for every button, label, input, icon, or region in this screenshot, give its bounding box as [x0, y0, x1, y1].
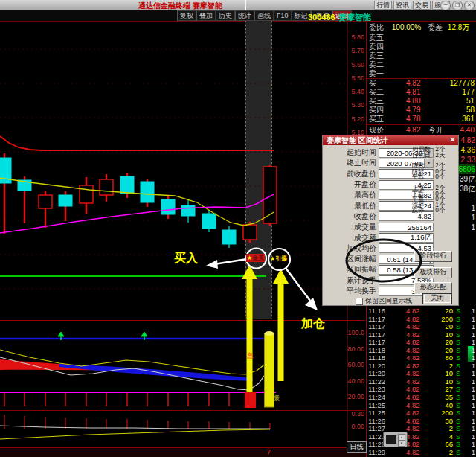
yellow-bar-cap: [265, 331, 274, 336]
checkbox-label: 保留区间显示线: [365, 296, 412, 306]
bid-row[interactable]: 买一 4.82 127778: [367, 79, 476, 88]
red-volume-bar: [245, 392, 256, 408]
ask-row[interactable]: 卖五: [367, 33, 476, 42]
sub-indicator-axis: 0.300.00: [347, 408, 364, 433]
main-chart[interactable]: [0, 0, 366, 457]
nav-button[interactable]: 资讯: [393, 1, 411, 10]
keep-lines-checkbox-row[interactable]: 保留区间显示线: [356, 296, 412, 306]
app-window: 5.805.705.605.505.405.305.205.10 100.080…: [0, 0, 476, 457]
nav-button[interactable]: 交易: [413, 1, 431, 10]
price-axis-label: 5.80: [347, 31, 364, 44]
trade-row: 11:16 4.82 20 S 1: [367, 307, 476, 316]
golden-cross-signal-label: ★金叉: [246, 254, 265, 262]
indicator-axis-label: 100.0: [347, 325, 364, 342]
bid-row[interactable]: 买三 4.80 51: [367, 97, 476, 106]
period-selector[interactable]: 日线: [347, 441, 367, 453]
nav-button[interactable]: 行情: [374, 1, 392, 10]
interval-statistics-dialog[interactable]: 赛摩智能 区间统计 ✕ 起始时间 2020-06-30 ▼ 终止时间 2020-…: [322, 135, 459, 306]
dialog-close-icon[interactable]: ✕: [448, 136, 457, 144]
dialog-stats-column: 周期数2个自然日2天 阳线2个阴线0个平线0个 上涨2个下跌0个平盘0个涨停1个…: [412, 147, 455, 219]
trade-row: 11:24 4.82 35 S 1: [367, 394, 476, 402]
sell-flag: S: [456, 449, 460, 457]
sell-flag: S: [456, 307, 460, 316]
add-position-annotation-text: 加仓: [301, 316, 325, 332]
date-axis-label: 7: [267, 448, 271, 456]
minimize-button[interactable]: ─: [440, 1, 451, 10]
ask-row[interactable]: 卖二: [367, 60, 476, 69]
sub-axis-label: 0.00: [347, 421, 364, 433]
baseline-tick-comb: [4, 393, 270, 406]
candlestick-series: [0, 153, 277, 248]
stage-ranking-button[interactable]: 阶段排行: [414, 251, 452, 262]
sub-axis-label: 0.30: [347, 408, 364, 421]
dialog-field-row: 成交量 256164 ▼: [327, 222, 434, 232]
price-axis-label: 5.30: [347, 98, 364, 112]
weibi-row: 委比 100.00% 委差 12.8万: [367, 23, 476, 32]
bid-row[interactable]: 买二 4.81 177: [367, 88, 476, 97]
ask-row[interactable]: 卖三: [367, 51, 476, 60]
weibi-value: 100.00%: [392, 23, 421, 31]
indicator-axis: 100.080.0060.0040.0020.00: [347, 325, 364, 406]
indicator-axis-label: 60.00: [347, 357, 364, 374]
mini-toolbar-widget[interactable]: ▴ ▾: [383, 432, 408, 447]
mini-widget-screen: [386, 435, 396, 444]
price-axis-label: 5.50: [347, 71, 364, 85]
dialog-title: 赛摩智能 区间统计: [327, 136, 388, 144]
dialog-field-input[interactable]: 256164 ▼: [379, 223, 434, 232]
sub-volume-bars: [4, 415, 270, 429]
mini-widget-down-button[interactable]: ▾: [398, 440, 405, 447]
stat-row: 平线0个: [412, 174, 451, 179]
pattern-match-button[interactable]: 形态匹配: [414, 282, 452, 293]
current-price: 4.82: [406, 126, 420, 135]
titlebar-nav: 行情资讯交易服务: [374, 1, 450, 10]
price-axis: 5.805.705.605.505.405.305.205.10: [347, 31, 364, 139]
bid-row[interactable]: 买五 4.78 361: [367, 115, 476, 124]
dialog-field-input[interactable]: 1.16亿 ▼: [379, 233, 434, 243]
price-axis-label: 5.20: [347, 112, 364, 126]
ask-row[interactable]: 卖四: [367, 42, 476, 51]
buy-annotation-text: 买入: [174, 251, 198, 266]
indicator-axis-label: 80.00: [347, 342, 364, 358]
dialog-title-bar[interactable]: 赛摩智能 区间统计 ✕: [323, 135, 458, 145]
bar-glyph-red: 急: [247, 351, 254, 361]
current-price-row: 现价 4.82 今开 4.40: [367, 126, 476, 135]
sub-yellow-line: [0, 429, 270, 439]
weicha-value: 12.8万: [448, 23, 469, 31]
sell-flag: S: [456, 394, 460, 402]
sector-ranking-button[interactable]: 板块排行: [414, 267, 452, 278]
open-price: 4.40: [460, 126, 475, 135]
indicator-axis-label: 40.00: [347, 374, 364, 390]
stat-row: 跌停0个: [412, 208, 451, 213]
price-axis-label: 5.40: [347, 85, 364, 98]
date-axis-bar: [0, 448, 366, 457]
price-axis-label: 5.60: [347, 58, 364, 71]
trade-row: 11:29 4.82 2 S 1: [367, 449, 476, 457]
ignite-signal-label: ★引爆: [270, 255, 287, 263]
bid-now-divider: [367, 124, 476, 125]
close-button[interactable]: ✕: [464, 1, 475, 10]
add-annotation-arrow: [273, 269, 289, 381]
stat-row: 自然日2天: [412, 153, 451, 158]
restore-button[interactable]: ❐: [452, 1, 463, 10]
indicator-axis-label: 20.00: [347, 389, 364, 406]
bid-row[interactable]: 买四 4.79 58: [367, 106, 476, 115]
white-arrow-left: [206, 259, 247, 269]
price-axis-label: 5.70: [347, 44, 364, 57]
dialog-field-row: 成交额 1.16亿 ▼: [327, 232, 434, 243]
dialog-close-button[interactable]: 关闭: [422, 293, 452, 304]
resistance-line: [0, 136, 274, 150]
checkbox[interactable]: [356, 298, 363, 305]
ask-row[interactable]: 卖一: [367, 69, 476, 78]
bar-glyph-yellow: 振: [273, 394, 280, 403]
